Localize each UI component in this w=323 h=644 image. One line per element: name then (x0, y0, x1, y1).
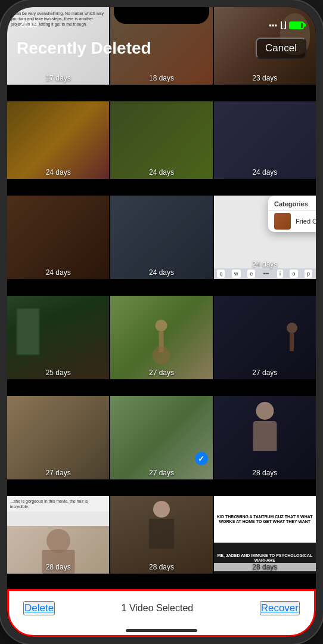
signal-icon: ▪▪▪ (269, 21, 277, 30)
days-label-6: 24 days (214, 168, 316, 177)
photo-cell-5[interactable]: 24 days (110, 101, 212, 179)
photo-cell-6[interactable]: 24 days (214, 101, 316, 179)
days-label-7: 24 days (7, 268, 109, 277)
photo-cell-8[interactable]: 24 days (110, 196, 212, 279)
wifi-icon: ⌊⌋ (280, 20, 286, 30)
photo-overlay (7, 196, 109, 279)
days-label-3: 23 days (214, 74, 316, 82)
category-name: Fried Chickens (296, 218, 316, 225)
key-o[interactable]: o (290, 270, 297, 278)
photo-cell-11[interactable]: 27 days (110, 296, 212, 379)
page-title: Recently Deleted (17, 39, 151, 58)
days-label-12: 27 days (214, 369, 316, 377)
days-label-9: 24 days (214, 260, 316, 268)
cancel-button[interactable]: Cancel (256, 38, 306, 59)
days-label-meme: 28 days (214, 563, 316, 571)
photo-cell-16[interactable]: ...she is gorgeous in this movie, the ha… (7, 496, 109, 574)
days-label-5: 24 days (110, 168, 212, 177)
status-icons: ▪▪▪ ⌊⌋ (269, 20, 304, 30)
days-label-13: 27 days (7, 469, 109, 477)
days-label-15: 28 days (214, 469, 316, 477)
screen-content: It can be very overwhelming. No matter w… (7, 7, 316, 637)
battery-icon (289, 21, 304, 29)
key-p[interactable]: p (305, 270, 312, 278)
photo-overlay (110, 101, 212, 179)
photo-cell-17[interactable]: 28 days (110, 496, 212, 574)
photo-cell-12[interactable]: 27 days (214, 296, 316, 379)
selection-status: 1 Video Selected (122, 603, 194, 614)
key-i[interactable]: i (277, 270, 283, 278)
delete-button[interactable]: Delete (23, 601, 55, 615)
days-label-11: 27 days (110, 369, 212, 377)
photo-overlay (110, 196, 212, 279)
days-label-8: 24 days (110, 268, 212, 277)
days-label-16: 28 days (7, 563, 109, 571)
photo-cell-7[interactable]: 24 days (7, 196, 109, 279)
days-label-4: 24 days (7, 168, 109, 177)
status-time: 2:19 (19, 19, 38, 30)
photo-cell-10[interactable]: 25 days (7, 296, 109, 379)
phone-frame: 2:19 ▪▪▪ ⌊⌋ It can be very overwhelming.… (0, 0, 323, 644)
selection-checkmark: ✓ (195, 452, 208, 465)
days-label-14: 27 days (110, 469, 212, 477)
notch (114, 7, 209, 24)
photo-cell-15[interactable]: 28 days (214, 396, 316, 479)
photo-overlay (7, 101, 109, 179)
header: Recently Deleted Cancel (7, 33, 316, 63)
photo-cell-4[interactable]: 24 days (7, 101, 109, 179)
days-label-10: 25 days (7, 369, 109, 377)
recover-button[interactable]: Recover (260, 601, 300, 615)
photo-cell-categories[interactable]: Categories Fried Chickens 1 › q w e (214, 196, 316, 279)
battery-fill (290, 23, 301, 28)
categories-header: Categories (268, 196, 316, 210)
photo-overlay (7, 296, 109, 379)
categories-item-1[interactable]: Fried Chickens 1 › (268, 210, 316, 232)
keyboard-row: q w e ••• i o p (214, 268, 316, 279)
photo-cell-13[interactable]: 27 days (7, 396, 109, 479)
key-e[interactable]: e (247, 270, 255, 278)
photo-cell-meme[interactable]: KID THROWING A TANTRUM CUZ THAT'S WHAT W… (214, 496, 316, 574)
phone-screen: 2:19 ▪▪▪ ⌊⌋ It can be very overwhelming.… (7, 7, 316, 637)
days-label-17: 28 days (110, 563, 212, 571)
days-label-1: 17 days (7, 74, 109, 82)
home-indicator (126, 629, 197, 632)
key-q[interactable]: q (217, 270, 225, 278)
category-thumb (274, 213, 291, 230)
photo-cell-14[interactable]: ✓ 27 days (110, 396, 212, 479)
days-label-2: 18 days (110, 74, 212, 82)
photo-overlay (214, 101, 316, 179)
key-w[interactable]: w (232, 270, 241, 278)
photo-grid: It can be very overwhelming. No matter w… (7, 7, 316, 589)
